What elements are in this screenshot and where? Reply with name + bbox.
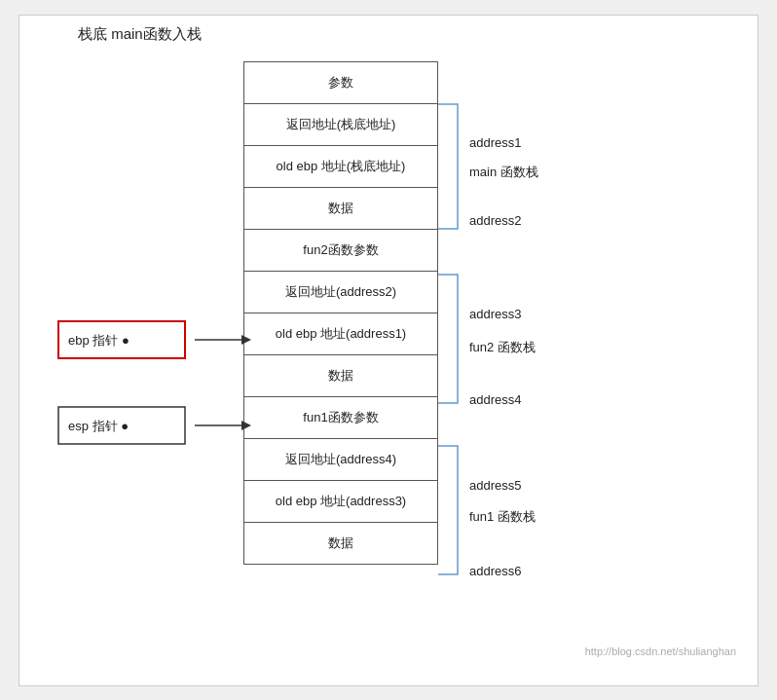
- svg-text:address4: address4: [469, 392, 521, 407]
- diagram-container: 栈底 main函数入栈 参数 返回地址(栈底地址) old ebp 地址(栈底地…: [18, 15, 758, 686]
- svg-text:main 函数栈: main 函数栈: [469, 165, 538, 179]
- watermark: http://blog.csdn.net/shulianghan: [585, 645, 736, 657]
- svg-text:address5: address5: [469, 478, 521, 493]
- diagram-title: 栈底 main函数入栈: [78, 25, 748, 44]
- svg-text:fun2 函数栈: fun2 函数栈: [469, 340, 536, 354]
- svg-text:address3: address3: [469, 307, 521, 321]
- svg-text:esp 指针 ●: esp 指针 ●: [68, 419, 129, 433]
- main-area: 参数 返回地址(栈底地址) old ebp 地址(栈底地址) 数据 fun2函数…: [29, 52, 748, 665]
- diagram-svg: address1 address2 main 函数栈 address3 fun2…: [29, 52, 769, 675]
- svg-text:address1: address1: [469, 135, 521, 150]
- svg-text:address6: address6: [469, 564, 521, 578]
- svg-text:ebp 指针 ●: ebp 指针 ●: [68, 333, 130, 348]
- svg-text:fun1 函数栈: fun1 函数栈: [469, 509, 536, 524]
- svg-marker-10: [241, 335, 251, 345]
- svg-marker-12: [241, 421, 251, 430]
- svg-text:address2: address2: [469, 213, 521, 228]
